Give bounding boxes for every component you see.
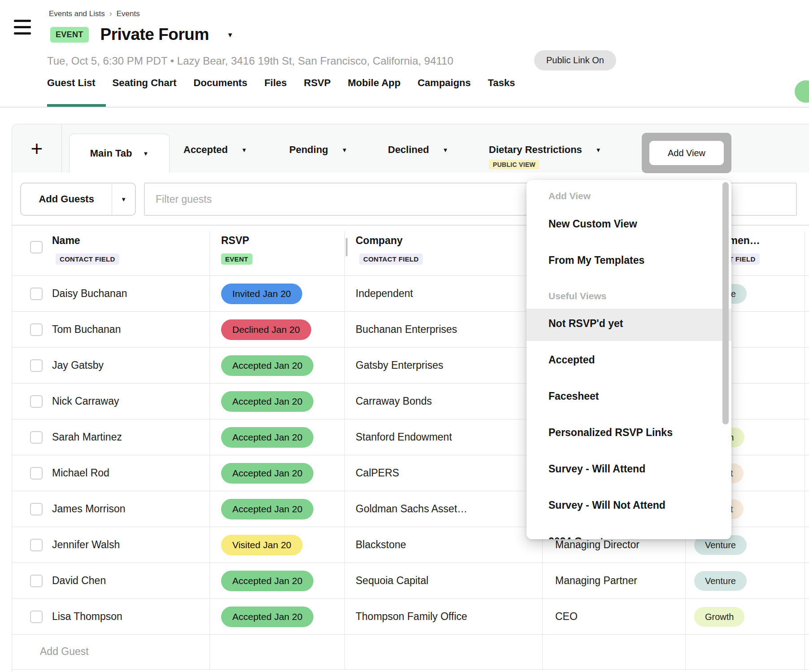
guest-name: Sarah Martinez [52, 431, 122, 443]
guest-name: Nick Carraway [52, 395, 119, 407]
row-checkbox[interactable] [30, 539, 43, 551]
guest-name: Michael Rod [52, 467, 109, 479]
guest-title: Managing Director [555, 539, 639, 551]
menu-item-new-custom-view[interactable]: New Custom View [526, 209, 731, 241]
view-tab-strip: + Main Tab ▼ Accepted ▼ Pending ▼ Declin… [12, 124, 809, 172]
row-checkbox[interactable] [30, 575, 43, 587]
row-checkbox[interactable] [30, 611, 43, 623]
dropdown-section-useful-views: Useful Views [548, 291, 606, 301]
table-row[interactable]: Lisa Thompson Accepted Jan 20 Thompson F… [12, 599, 809, 635]
tab-files[interactable]: Files [264, 77, 287, 89]
guest-company: Carraway Bonds [356, 395, 432, 407]
row-checkbox[interactable] [30, 395, 43, 408]
tab-tasks[interactable]: Tasks [488, 77, 515, 89]
chevron-down-icon[interactable]: ▼ [443, 147, 448, 153]
guest-company: CalPERS [356, 467, 399, 479]
column-header-name[interactable]: Name [52, 235, 80, 247]
table-row[interactable]: David Chen Accepted Jan 20 Sequoia Capit… [12, 563, 809, 599]
investment-focus-pill: Growth [694, 607, 744, 627]
breadcrumb-events[interactable]: Events [117, 9, 140, 18]
breadcrumb-events-and-lists[interactable]: Events and Lists [49, 9, 105, 18]
column-header-rsvp[interactable]: RSVP [221, 235, 249, 247]
guest-company: Stanford Endowment [356, 431, 452, 443]
view-tab-main[interactable]: Main Tab ▼ [69, 134, 170, 173]
column-header-company[interactable]: Company [356, 235, 403, 247]
tab-guest-list[interactable]: Guest List [47, 77, 96, 89]
guest-company: Independent [356, 288, 413, 300]
rsvp-status-pill: Accepted Jan 20 [221, 427, 313, 448]
header-divider [0, 107, 809, 108]
select-all-checkbox[interactable] [30, 241, 43, 253]
view-tab-accepted[interactable]: Accepted ▼ [183, 144, 247, 156]
menu-item-2024-guest[interactable]: 2024 Guest... [526, 527, 731, 539]
rsvp-status-pill: Accepted Jan 20 [221, 607, 313, 627]
page-title: Private Forum [100, 25, 209, 44]
guest-company: Blackstone [356, 539, 406, 551]
guest-name: Jay Gatsby [52, 359, 104, 371]
row-checkbox[interactable] [30, 323, 43, 336]
guest-name: David Chen [52, 575, 106, 587]
rsvp-status-pill: Accepted Jan 20 [221, 463, 313, 484]
guest-title: Managing Partner [555, 575, 637, 587]
chevron-down-icon[interactable]: ▼ [241, 147, 247, 153]
event-datetime-location: Tue, Oct 5, 6:30 PM PDT • Lazy Bear, 341… [47, 55, 453, 67]
public-link-status-badge[interactable]: Public Link On [534, 50, 616, 70]
add-view-dropdown-menu: Add View New Custom View From My Templat… [526, 180, 731, 539]
guest-name: James Morrison [52, 503, 126, 515]
tab-rsvp[interactable]: RSVP [304, 77, 331, 89]
view-tab-dietary-restrictions[interactable]: Dietary Restrictions ▼ [489, 144, 601, 156]
menu-item-survey-will-not-attend[interactable]: Survey - Will Not Attend [526, 490, 731, 523]
view-tab-declined[interactable]: Declined ▼ [388, 144, 448, 156]
tab-campaigns[interactable]: Campaigns [418, 77, 471, 89]
menu-icon[interactable] [14, 20, 31, 35]
add-guest-placeholder: Add Guest [40, 646, 89, 658]
add-guests-button[interactable]: Add Guests ▼ [20, 183, 136, 216]
row-checkbox[interactable] [30, 359, 43, 372]
chevron-down-icon[interactable]: ▼ [342, 147, 348, 153]
breadcrumb: Events and Lists › Events [49, 9, 140, 18]
help-button[interactable] [795, 80, 809, 103]
chevron-down-icon[interactable]: ▼ [596, 147, 601, 153]
menu-item-survey-will-attend[interactable]: Survey - Will Attend [526, 454, 731, 486]
title-dropdown-caret-icon[interactable]: ▼ [227, 31, 234, 39]
add-view-button[interactable]: Add View [649, 141, 724, 165]
guest-title: CEO [555, 611, 578, 623]
name-field-type-badge: CONTACT FIELD [56, 253, 119, 265]
company-field-type-badge: CONTACT FIELD [359, 253, 423, 265]
event-nav-tabs: Guest List Seating Chart Documents Files… [47, 77, 515, 89]
dropdown-scrollbar[interactable] [722, 182, 729, 424]
menu-item-facesheet[interactable]: Facesheet [526, 381, 731, 414]
dropdown-section-add-view: Add View [548, 191, 591, 201]
guest-name: Tom Buchanan [52, 323, 121, 336]
menu-item-personalized-rsvp-links[interactable]: Personalized RSVP Links [526, 418, 731, 450]
column-resize-handle[interactable] [346, 238, 348, 256]
chevron-down-icon[interactable]: ▼ [143, 150, 148, 157]
menu-item-accepted[interactable]: Accepted [526, 345, 731, 377]
add-view-button-active-backdrop: Add View [642, 133, 731, 173]
guest-name: Daisy Buchanan [52, 288, 127, 300]
rsvp-status-pill: Declined Jan 20 [221, 319, 311, 340]
add-guest-row[interactable]: Add Guest [12, 635, 809, 670]
row-checkbox[interactable] [30, 467, 43, 480]
rsvp-status-pill: Accepted Jan 20 [221, 499, 313, 519]
tab-seating-chart[interactable]: Seating Chart [113, 77, 177, 89]
view-tab-pending[interactable]: Pending ▼ [289, 144, 348, 156]
row-checkbox[interactable] [30, 288, 43, 300]
row-checkbox[interactable] [30, 431, 43, 444]
rsvp-status-pill: Accepted Jan 20 [221, 355, 313, 376]
tab-mobile-app[interactable]: Mobile App [348, 77, 400, 89]
rsvp-status-pill: Visited Jan 20 [221, 535, 303, 555]
add-view-tab-button[interactable]: + [12, 124, 62, 172]
guest-name: Jennifer Walsh [52, 539, 120, 551]
menu-item-not-rsvpd-yet[interactable]: Not RSVP'd yet [526, 309, 731, 341]
guest-company: Buchanan Enterprises [356, 323, 457, 336]
guest-company: Gatsby Enterprises [356, 359, 444, 371]
row-checkbox[interactable] [30, 503, 43, 515]
add-guests-dropdown-caret[interactable]: ▼ [112, 183, 135, 215]
guest-company: Goldman Sachs Asset… [356, 503, 467, 515]
rsvp-status-pill: Accepted Jan 20 [221, 391, 313, 412]
investment-focus-pill: Venture [694, 571, 747, 591]
menu-item-from-my-templates[interactable]: From My Templates [526, 245, 731, 278]
tab-documents[interactable]: Documents [194, 77, 248, 89]
guest-company: Thompson Family Office [356, 611, 467, 623]
